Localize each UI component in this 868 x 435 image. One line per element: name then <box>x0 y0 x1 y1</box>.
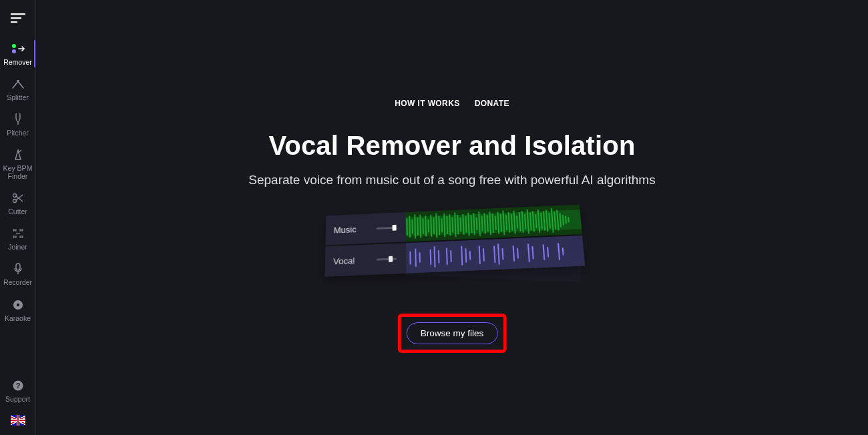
svg-line-65 <box>466 224 467 233</box>
sidebar-item-label: Pitcher <box>7 129 29 137</box>
remover-icon <box>11 42 25 55</box>
pitcher-icon <box>11 113 25 126</box>
splitter-icon <box>11 77 25 91</box>
svg-line-53 <box>450 225 451 236</box>
svg-line-76 <box>482 216 483 224</box>
svg-line-95 <box>506 222 507 230</box>
top-nav: HOW IT WORKS DONATE <box>395 99 509 108</box>
svg-line-69 <box>471 224 472 234</box>
svg-line-64 <box>465 216 466 224</box>
svg-line-49 <box>445 226 445 237</box>
language-selector[interactable] <box>11 415 25 426</box>
sidebar-item-karaoke[interactable]: Karaoke <box>0 292 35 328</box>
sidebar-item-label: Remover <box>3 58 32 66</box>
svg-text:?: ? <box>15 382 20 390</box>
svg-line-58 <box>457 215 458 224</box>
disc-icon <box>11 298 25 312</box>
main-content: HOW IT WORKS DONATE Vocal Remover and Is… <box>36 0 868 435</box>
svg-line-86 <box>495 216 496 224</box>
svg-rect-1 <box>11 17 21 19</box>
sidebar-item-splitter[interactable]: Splitter <box>0 71 35 107</box>
svg-line-68 <box>471 215 471 224</box>
svg-point-8 <box>13 194 16 197</box>
sidebar-item-recorder[interactable]: Recorder <box>0 256 35 292</box>
sidebar-item-label: Key BPM Finder <box>3 164 33 180</box>
svg-line-57 <box>455 225 456 237</box>
svg-rect-5 <box>17 80 19 82</box>
svg-line-94 <box>506 215 507 223</box>
svg-line-80 <box>487 215 488 223</box>
svg-point-16 <box>16 303 19 306</box>
track-music-slider <box>373 212 406 243</box>
svg-rect-0 <box>11 13 25 15</box>
svg-line-63 <box>463 224 464 234</box>
browse-files-button[interactable]: Browse my files <box>407 322 498 344</box>
page-title: Vocal Remover and Isolation <box>268 131 635 161</box>
menu-toggle[interactable] <box>0 0 35 36</box>
svg-point-3 <box>12 44 16 48</box>
sidebar-item-label: Support <box>5 395 30 403</box>
svg-line-43 <box>437 226 437 238</box>
svg-line-52 <box>449 214 450 225</box>
sidebar-item-label: Cutter <box>8 207 27 215</box>
sidebar-item-pitcher[interactable]: Pitcher <box>0 107 35 142</box>
svg-line-137 <box>563 220 564 226</box>
svg-line-136 <box>563 215 564 220</box>
highlight-box: Browse my files <box>398 314 507 353</box>
sidebar-nav: Remover Splitter Pitcher <box>0 36 35 328</box>
svg-line-48 <box>444 213 445 225</box>
svg-line-62 <box>463 214 463 224</box>
svg-line-102 <box>517 215 517 222</box>
sidebar-item-joiner[interactable]: Joiner <box>0 221 35 256</box>
page-subtitle: Separate voice from music out of a song … <box>248 173 655 187</box>
svg-line-42 <box>436 213 437 226</box>
svg-point-9 <box>13 199 16 203</box>
hamburger-icon <box>11 11 25 25</box>
sidebar-item-key-bpm-finder[interactable]: Key BPM Finder <box>0 142 35 185</box>
nav-how-it-works[interactable]: HOW IT WORKS <box>395 99 459 108</box>
svg-line-56 <box>455 213 455 225</box>
joiner-icon <box>11 227 25 240</box>
metronome-icon <box>11 148 25 161</box>
sidebar-item-label: Karaoke <box>5 314 31 322</box>
svg-line-81 <box>487 224 488 232</box>
sidebar: Remover Splitter Pitcher <box>0 0 36 435</box>
microphone-icon <box>11 262 25 276</box>
scissors-icon <box>11 191 25 205</box>
svg-line-103 <box>517 222 518 229</box>
svg-rect-2 <box>11 21 17 23</box>
help-icon: ? <box>11 379 25 392</box>
illustration: Music <box>325 210 579 304</box>
sidebar-item-label: Recorder <box>3 278 32 286</box>
sidebar-item-remover[interactable]: Remover <box>0 36 35 71</box>
svg-point-4 <box>12 49 16 53</box>
svg-line-59 <box>458 225 459 234</box>
nav-donate[interactable]: DONATE <box>475 99 509 108</box>
sidebar-item-cutter[interactable]: Cutter <box>0 185 35 221</box>
sidebar-item-support[interactable]: ? Support <box>5 374 30 408</box>
svg-rect-13 <box>16 264 20 270</box>
svg-line-87 <box>495 223 496 230</box>
sidebar-item-label: Joiner <box>8 243 27 251</box>
svg-line-77 <box>482 224 483 232</box>
sidebar-item-label: Splitter <box>7 93 29 101</box>
